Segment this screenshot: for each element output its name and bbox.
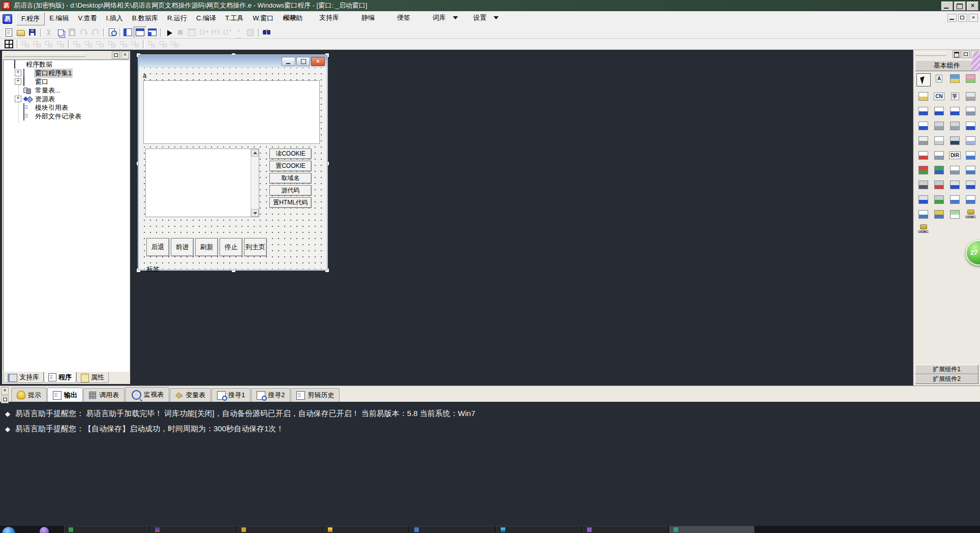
menu-static-compile[interactable]: 静编 — [361, 13, 382, 22]
menu-compile[interactable]: C.编译 — [192, 12, 221, 25]
panel-close-button[interactable]: × — [121, 51, 129, 59]
menu-view[interactable]: V.查看 — [73, 12, 101, 25]
taskbar-item-app-7[interactable] — [583, 526, 668, 533]
component-window-info[interactable] — [965, 165, 977, 175]
form-button-stop[interactable]: 停止 — [220, 238, 242, 256]
toolbar-button-super-find[interactable] — [261, 27, 272, 38]
taskbar-item-app-5[interactable] — [410, 526, 495, 533]
toolbar-button-open-file[interactable] — [15, 27, 26, 38]
form-button-get-domain[interactable]: 取域名 — [269, 173, 312, 184]
menu-support-lib[interactable]: 支持库 — [319, 13, 346, 22]
tree-item-window-program-set-1[interactable]: + 窗口程序集1 — [4, 69, 129, 77]
output-close-button[interactable]: × — [1, 387, 9, 395]
toolbar-button-brace-expand[interactable] — [221, 27, 233, 38]
toolbar-button-redo[interactable] — [78, 27, 89, 38]
form-browser-box[interactable] — [143, 80, 320, 144]
toolbar-button-size-to-grid[interactable] — [169, 39, 180, 49]
tab-program[interactable]: 程序 — [44, 372, 76, 383]
menu-program[interactable]: F.程序 — [16, 12, 45, 25]
mdi-minimize-button[interactable] — [947, 14, 957, 22]
form-button-refresh[interactable]: 刷新 — [195, 238, 218, 256]
menu-database[interactable]: B.数据库 — [128, 12, 163, 25]
component-h-scrollbar[interactable] — [933, 121, 945, 131]
toolbar-button-align-right[interactable] — [31, 39, 43, 49]
component-odbc-db[interactable]: ODBC — [917, 224, 930, 234]
toolbar-button-view-split-left[interactable] — [122, 27, 134, 38]
toolbar-button-sep[interactable] — [117, 27, 122, 38]
component-edit-line[interactable] — [933, 150, 945, 160]
toolbar-button-pan-hand[interactable] — [244, 27, 256, 38]
output-tab-output[interactable]: 输出 — [47, 388, 83, 402]
menu-settings[interactable]: 设置 — [473, 13, 499, 22]
toolbar-button-align-bottom[interactable] — [54, 39, 66, 49]
toolbar-button-center-horizontal[interactable] — [71, 39, 82, 49]
scroll-down-icon[interactable] — [251, 209, 259, 217]
output-tab-search-1[interactable]: 搜寻1 — [211, 388, 251, 402]
toolbar-button-save[interactable] — [26, 27, 38, 38]
form-close-button[interactable]: × — [311, 57, 325, 66]
minimize-button[interactable] — [941, 2, 953, 11]
toolbar-button-view-split-mixed[interactable] — [146, 27, 158, 38]
mdi-restore-button[interactable] — [958, 14, 967, 22]
component-font-label[interactable]: 字 — [949, 91, 961, 101]
tree-item-external-file-record-table[interactable]: + 外部文件记录表 — [4, 112, 129, 121]
toolbar-button-center-vertical[interactable] — [82, 39, 94, 49]
tree-item-root[interactable]: + 程序数据 — [4, 60, 129, 69]
component-data-grid[interactable] — [949, 194, 961, 204]
mdi-close-button[interactable]: × — [969, 14, 978, 22]
tree-item-constant-table[interactable]: + 常量表... — [4, 86, 129, 95]
toolbar-button-cut[interactable] — [43, 27, 54, 38]
menu-tools[interactable]: T.工具 — [221, 12, 248, 25]
toolbar-button-align-to-grid[interactable] — [94, 39, 106, 49]
toolbar-button-same-height[interactable] — [157, 39, 169, 49]
taskbar-item-app-6[interactable] — [496, 526, 581, 533]
tree-item-resource-table[interactable]: + 资源表 — [4, 95, 129, 103]
expand-icon[interactable]: + — [15, 96, 21, 102]
component-rich-edit[interactable] — [917, 91, 930, 101]
menu-insert[interactable]: I.插入 — [102, 12, 128, 25]
toolbar-button-run[interactable] — [163, 27, 174, 38]
taskbar-item-app-4[interactable] — [323, 526, 409, 533]
form-button-set-cookie[interactable]: 置COOKIE — [269, 161, 312, 171]
toolbar-button-same-size[interactable] — [129, 39, 141, 49]
component-group-frame[interactable]: CN — [933, 91, 945, 101]
component-radio-button[interactable] — [933, 106, 945, 116]
component-dir-box[interactable]: DIR — [949, 150, 961, 160]
toolbar-button-sep[interactable] — [141, 39, 145, 49]
toolbar-button-sep[interactable] — [38, 27, 43, 38]
toolbar-button-brace-insert[interactable] — [198, 27, 209, 38]
output-tab-tips[interactable]: 提示 — [11, 388, 47, 402]
component-shape[interactable] — [965, 73, 977, 83]
component-line[interactable] — [965, 91, 977, 101]
toolbar-button-brace-current[interactable] — [209, 27, 221, 38]
quick-launch-icon[interactable] — [40, 527, 49, 533]
toolbar-button-sep[interactable] — [158, 27, 163, 38]
toolbar-button-paste[interactable] — [66, 27, 78, 38]
toolbar-button-sep[interactable] — [101, 27, 106, 38]
form-button-forward[interactable]: 前进 — [171, 238, 194, 256]
extended-components-bar-扩展组件1[interactable]: 扩展组件1 — [915, 365, 978, 374]
component-picture-box[interactable] — [949, 73, 961, 83]
menu-module[interactable]: 模块 — [284, 13, 304, 22]
component-com-port[interactable] — [933, 194, 945, 204]
component-server-socket[interactable] — [965, 180, 977, 190]
toolbar-button-sep[interactable] — [256, 27, 261, 38]
panel-header[interactable]: × — [2, 51, 130, 59]
component-chart-box[interactable] — [949, 209, 961, 219]
component-odbc-query[interactable]: ODBC — [965, 209, 977, 219]
component-pointer[interactable] — [916, 73, 931, 86]
toolbar-button-view-split-top[interactable] — [134, 26, 146, 38]
form-label-a[interactable]: a — [143, 72, 146, 79]
toolbar-button-space-down[interactable] — [117, 39, 129, 49]
component-label[interactable]: A — [933, 73, 945, 83]
toolbar-button-align-left[interactable] — [19, 39, 31, 49]
taskbar-item-app-1[interactable] — [64, 526, 149, 533]
component-list-box[interactable] — [965, 106, 977, 116]
taskbar-item-app-8[interactable] — [669, 526, 754, 533]
tab-properties[interactable]: 属性 — [76, 372, 109, 383]
menu-run[interactable]: R.运行 — [163, 12, 192, 25]
toolbar-button-same-width[interactable] — [145, 39, 157, 49]
menu-edit[interactable]: E.编辑 — [45, 12, 73, 25]
extended-components-bar-扩展组件2[interactable]: 扩展组件2 — [915, 374, 978, 384]
component-db-list-box[interactable] — [917, 209, 930, 219]
